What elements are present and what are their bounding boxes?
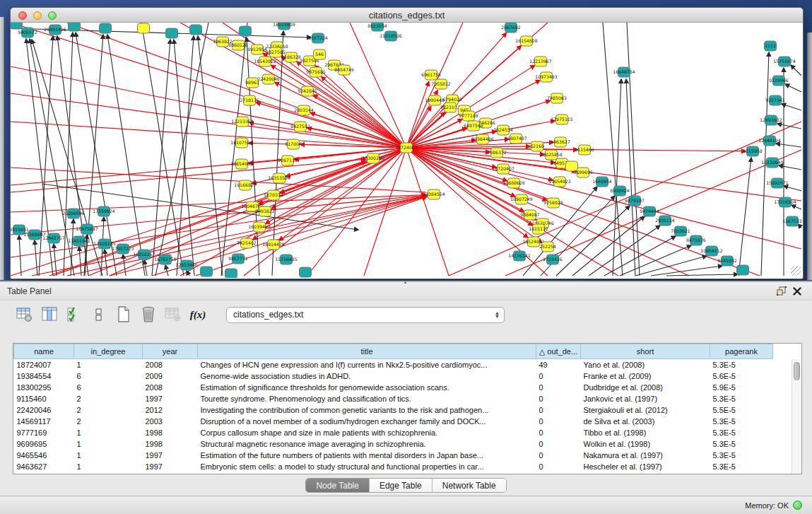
- graph-node-teal[interactable]: 16958167: [133, 250, 155, 259]
- table-cell[interactable]: Wolkin et al. (1998): [581, 438, 710, 450]
- graph-node-teal[interactable]: 16648784: [613, 67, 635, 77]
- table-cell[interactable]: 2: [74, 416, 143, 427]
- table-row[interactable]: 946362711997Embryonic stem cells: a mode…: [14, 461, 773, 472]
- table-cell[interactable]: 1: [74, 438, 143, 450]
- table-cell[interactable]: 5.3E-5: [710, 393, 773, 404]
- graph-node-yellow[interactable]: 19654985: [230, 159, 253, 169]
- graph-node-teal[interactable]: 20691406: [44, 25, 66, 35]
- graph-node-teal[interactable]: 7832621: [671, 226, 690, 236]
- table-cell[interactable]: 5.3E-5: [710, 359, 773, 370]
- graph-node-teal[interactable]: 12444194: [758, 136, 781, 146]
- table-row[interactable]: 1938455462009Genome-wide association stu…: [14, 370, 773, 382]
- table-cell[interactable]: 22420046: [14, 404, 74, 416]
- table-cell[interactable]: 0: [536, 438, 581, 450]
- graph-node-yellow[interactable]: 1615132: [529, 224, 548, 234]
- delete-column-icon[interactable]: [164, 305, 182, 324]
- table-cell[interactable]: 1: [74, 359, 143, 370]
- table-cell[interactable]: Structural magnetic resonance image aver…: [198, 438, 536, 450]
- graph-node-yellow[interactable]: 10807487: [505, 134, 527, 144]
- zoom-window-button[interactable]: [48, 11, 57, 20]
- table-cell[interactable]: 2003: [143, 416, 198, 427]
- graph-node-yellow[interactable]: 917004: [285, 139, 302, 149]
- float-window-icon[interactable]: [774, 285, 789, 298]
- graph-node-yellow[interactable]: 1990448: [425, 95, 445, 105]
- graph-node-yellow[interactable]: 8454749: [334, 65, 354, 75]
- graph-node-teal[interactable]: 14136141: [508, 251, 531, 261]
- graph-node-teal[interactable]: 8471676: [686, 235, 706, 245]
- graph-node-yellow[interactable]: 9463627: [551, 137, 570, 147]
- graph-node-yellow[interactable]: 16914479: [262, 240, 285, 250]
- canvas-resize-grip[interactable]: [791, 266, 801, 276]
- graph-node-yellow[interactable]: 8912954: [247, 45, 267, 54]
- graph-node-yellow[interactable]: 2718176: [240, 95, 259, 105]
- graph-node-yellow[interactable]: 546: [314, 49, 326, 59]
- table-cell[interactable]: de Silva et al. (2003): [581, 416, 710, 427]
- graph-node-teal[interactable]: 9474444: [640, 206, 659, 216]
- graph-node-teal[interactable]: 17957223: [112, 244, 134, 254]
- table-cell[interactable]: 1997: [143, 461, 198, 472]
- table-cell[interactable]: 5.3E-5: [710, 450, 773, 461]
- table-cell[interactable]: 9463627: [14, 461, 74, 472]
- column-header[interactable]: △ out_de...: [536, 344, 581, 359]
- table-cell[interactable]: Investigating the contribution of common…: [198, 404, 536, 416]
- table-row[interactable]: 977716911998Corpus callosum shape and si…: [14, 427, 773, 438]
- table-select-dropdown[interactable]: citations_edges.txt ▲▼: [226, 307, 505, 323]
- tab-edge-table[interactable]: Edge Table: [370, 479, 433, 492]
- graph-node-yellow[interactable]: 16154808: [515, 36, 538, 46]
- table-cell[interactable]: 9465546: [14, 450, 74, 461]
- graph-node-yellow[interactable]: 17975115: [551, 115, 573, 124]
- graph-node-teal[interactable]: [300, 267, 312, 277]
- table-cell[interactable]: 2009: [143, 370, 198, 382]
- table-cell[interactable]: Stergiakouli et al. (2012): [581, 404, 710, 416]
- table-cell[interactable]: Franke et al. (2009): [581, 370, 710, 382]
- graph-node-teal[interactable]: 9405572: [18, 28, 37, 37]
- graph-node-yellow[interactable]: 9267110: [278, 156, 298, 165]
- table-cell[interactable]: 0: [536, 450, 581, 461]
- table-cell[interactable]: 9699695: [14, 438, 74, 450]
- panel-splitter-handle[interactable]: ▴: [402, 281, 408, 284]
- table-cell[interactable]: 5.6E-5: [710, 370, 773, 382]
- table-scrollbar-thumb[interactable]: [794, 362, 800, 380]
- graph-node-yellow[interactable]: 12213364: [231, 117, 254, 127]
- table-cell[interactable]: Nakamura et al. (1997): [581, 450, 710, 461]
- graph-node-yellow[interactable]: 16039489: [248, 222, 271, 232]
- table-cell[interactable]: 5.5E-5: [710, 404, 773, 416]
- graph-node-teal[interactable]: 10975887: [76, 224, 98, 234]
- graph-node-yellow[interactable]: 9115460: [575, 145, 594, 155]
- graph-node-teal[interactable]: 2935114: [655, 216, 675, 226]
- graph-node-teal[interactable]: 17359924: [93, 206, 115, 216]
- table-cell[interactable]: 0: [536, 393, 581, 404]
- graph-node-teal[interactable]: 9245652: [717, 256, 737, 266]
- window-titlebar[interactable]: citations_edges.txt: [11, 8, 803, 23]
- table-cell[interactable]: Genome-wide association studies in ADHD.: [198, 370, 536, 382]
- graph-node-teal[interactable]: 1167533: [782, 216, 802, 226]
- close-window-button[interactable]: [18, 11, 27, 20]
- graph-node-teal[interactable]: [190, 25, 202, 35]
- column-header[interactable]: short: [581, 344, 710, 359]
- graph-node-teal[interactable]: 1112: [765, 41, 777, 51]
- graph-node-teal[interactable]: 1733426: [543, 255, 563, 264]
- graph-node-teal[interactable]: 2687682: [501, 23, 521, 33]
- network-canvas[interactable]: 1872400779638228860128891295422226058982…: [11, 23, 803, 278]
- table-cell[interactable]: 49: [536, 359, 581, 370]
- graph-node-teal[interactable]: 9857771: [228, 254, 248, 264]
- column-header[interactable]: year: [143, 344, 198, 359]
- table-cell[interactable]: 0: [536, 427, 581, 438]
- graph-node-teal[interactable]: 8938924: [610, 186, 630, 196]
- table-row[interactable]: 1830029562008Estimation of significance …: [14, 382, 773, 393]
- graph-node-yellow[interactable]: 98961: [245, 78, 259, 88]
- table-cell[interactable]: Tibbo et al. (1998): [581, 427, 710, 438]
- table-cell[interactable]: 5.3E-5: [710, 438, 773, 450]
- table-row[interactable]: 969969511998Structural magnetic resonanc…: [14, 438, 773, 450]
- table-cell[interactable]: Yano et al. (2008): [581, 359, 710, 370]
- table-cell[interactable]: 2: [74, 393, 143, 404]
- graph-node-teal[interactable]: 16782759: [154, 255, 177, 264]
- table-settings-icon[interactable]: [16, 305, 34, 324]
- table-cell[interactable]: 5.9E-5: [710, 382, 773, 393]
- graph-node-yellow[interactable]: 12213967: [529, 57, 552, 66]
- table-row[interactable]: 1456911722003Disruption of a novel membe…: [14, 416, 773, 427]
- graph-node-yellow[interactable]: 9756928: [543, 198, 563, 208]
- table-cell[interactable]: Dudbridge et al. (2008): [581, 382, 710, 393]
- table-cell[interactable]: 18300295: [14, 382, 74, 393]
- table-cell[interactable]: 0: [536, 461, 581, 472]
